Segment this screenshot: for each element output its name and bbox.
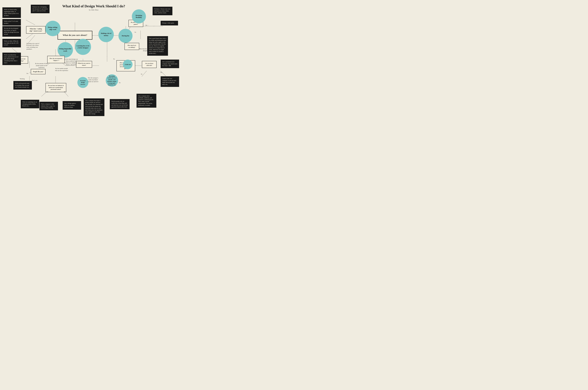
dont-care-label: Don't care bbox=[32, 80, 38, 81]
people-like-you-box: People like you? bbox=[31, 69, 45, 74]
down-risk-box: Are you down with risk? bbox=[142, 61, 157, 68]
productivity-box: Work on productivity tools. (and for the… bbox=[2, 53, 21, 65]
good-friend-box: Find a good friend, throw back a few dri… bbox=[147, 36, 168, 56]
no-label-vg: No bbox=[135, 31, 136, 33]
no-label-rep: No bbox=[113, 58, 115, 60]
title-area: What Kind of Design Work Should I do? by… bbox=[62, 4, 125, 11]
svg-line-10 bbox=[26, 20, 35, 25]
having-fun-circle: Having fun bbox=[118, 29, 133, 43]
flowchart-canvas: What Kind of Design Work Should I do? by… bbox=[0, 0, 187, 120]
nobody-designing-box: Nobody else is designing this because it… bbox=[31, 5, 49, 13]
how-much-money-box: How much are we talking? bbox=[125, 43, 139, 50]
yes-label-ind: Yes bbox=[46, 91, 48, 93]
vr-ar-box: Work on virtual reality, augmented reali… bbox=[2, 7, 21, 18]
no-label-risk: No bbox=[141, 73, 142, 75]
own-company-box: Launch your own company or join an early… bbox=[161, 76, 179, 87]
yes-label-ppl: Yes ··· bbox=[27, 73, 30, 74]
retaining-flexibility-circle: Retaining flexibility bbox=[132, 9, 146, 23]
svg-line-41 bbox=[142, 71, 147, 76]
better-designer-circle: Learning how to be a better designer bbox=[75, 39, 91, 55]
impactful-circle: Doing impactful work bbox=[57, 42, 73, 57]
by-how-much-text: By how much design can help an underserv… bbox=[64, 58, 78, 66]
main-title: What Kind of Design Work Should I do? bbox=[62, 4, 125, 8]
subtitle: by Julie Zhuo bbox=[62, 9, 125, 11]
video-game-box: Design a video game. bbox=[161, 21, 178, 25]
time-spend-text: By the amount of time people spend on th… bbox=[35, 63, 48, 69]
sausage-text: How the sausage is made on products peop… bbox=[87, 77, 99, 83]
product-company-box: Join a company that makes a product peop… bbox=[84, 98, 104, 116]
shit-ton-circle: A shit ton bbox=[123, 60, 133, 69]
yes-label-vg: Yes ··· bbox=[145, 25, 149, 26]
v1-box: Work on the V1 of a new product. bbox=[2, 19, 21, 26]
measure-impact-box: How do you measure "impact"? bbox=[47, 56, 65, 63]
world-class-people-box: Find the people who are world-class at t… bbox=[110, 99, 130, 109]
what-learn-box: What do you want to learn? bbox=[76, 61, 92, 68]
main-question-box: What do you care about? bbox=[57, 31, 92, 40]
video-box: Work on video. (What do you think all th… bbox=[2, 39, 21, 48]
yes-label-rep: Yes bbox=[119, 82, 121, 83]
tech-company-box: Join a prominent tech company. Top salar… bbox=[161, 60, 179, 68]
cutting-edge-circle: Doing cutting-edge work bbox=[45, 21, 60, 36]
emerging-market-box: Work on something for an emerging market… bbox=[21, 100, 39, 108]
profitable-company-box: Join a company that's profitable, ambiti… bbox=[136, 94, 156, 108]
cutting-edge-meaning-box: What does "cutting edge" mean to you? bbox=[26, 26, 45, 34]
yes-label-risk: Yes bbox=[160, 72, 162, 73]
making-money-circle: Making a lot of money bbox=[98, 27, 114, 42]
no-one-designed-box: No one else has designed this before, so… bbox=[2, 26, 21, 37]
freelance-box: Freelance. Choose your own adventure on … bbox=[153, 7, 172, 15]
world-class-circle: Becoming world-class at a specific craft… bbox=[106, 74, 118, 87]
part-of-life-text: It's going to be a part of everyone's li… bbox=[27, 43, 42, 50]
growth-team-box: Work on the growth team of a product tha… bbox=[13, 81, 32, 90]
number-people-text: By the number people who use the experie… bbox=[55, 68, 68, 71]
design-agency-box: Join a design agency. Work on a million … bbox=[63, 101, 81, 110]
no-label-ind: No bbox=[64, 91, 66, 93]
industry-box: Do you have an industry in mind you're p… bbox=[45, 83, 66, 92]
working-text: Working bbox=[20, 78, 25, 80]
industry-company-box: Find a company in that industry that is … bbox=[40, 102, 58, 110]
